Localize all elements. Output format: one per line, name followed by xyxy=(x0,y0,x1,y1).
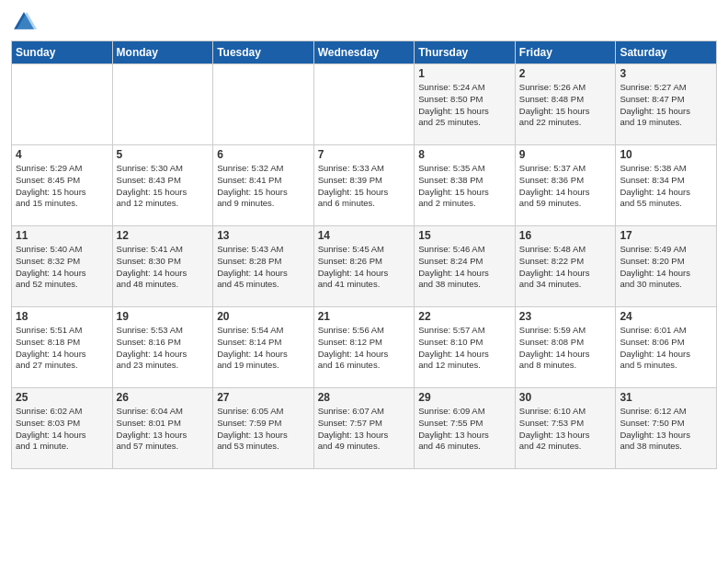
day-number: 30 xyxy=(519,391,612,404)
day-info: Sunrise: 5:24 AM Sunset: 8:50 PM Dayligh… xyxy=(418,82,511,129)
day-number: 6 xyxy=(217,148,310,161)
day-number: 18 xyxy=(16,310,108,323)
day-cell: 16Sunrise: 5:48 AM Sunset: 8:22 PM Dayli… xyxy=(515,226,616,307)
day-number: 3 xyxy=(620,67,712,80)
logo-icon xyxy=(11,9,37,35)
day-number: 26 xyxy=(117,391,210,404)
day-number: 21 xyxy=(318,310,411,323)
day-number: 24 xyxy=(620,310,712,323)
day-cell xyxy=(112,64,213,145)
day-cell: 1Sunrise: 5:24 AM Sunset: 8:50 PM Daylig… xyxy=(415,64,516,145)
day-number: 11 xyxy=(16,229,108,242)
day-number: 29 xyxy=(418,391,511,404)
day-info: Sunrise: 5:54 AM Sunset: 8:14 PM Dayligh… xyxy=(217,325,310,372)
day-number: 17 xyxy=(620,229,712,242)
day-info: Sunrise: 5:38 AM Sunset: 8:34 PM Dayligh… xyxy=(620,163,712,210)
day-info: Sunrise: 5:43 AM Sunset: 8:28 PM Dayligh… xyxy=(217,244,310,291)
day-number: 27 xyxy=(217,391,310,404)
day-number: 4 xyxy=(16,148,108,161)
day-cell: 9Sunrise: 5:37 AM Sunset: 8:36 PM Daylig… xyxy=(515,145,616,226)
day-info: Sunrise: 6:01 AM Sunset: 8:06 PM Dayligh… xyxy=(620,325,712,372)
day-cell: 15Sunrise: 5:46 AM Sunset: 8:24 PM Dayli… xyxy=(415,226,516,307)
day-number: 13 xyxy=(217,229,310,242)
day-number: 9 xyxy=(519,148,612,161)
day-info: Sunrise: 5:59 AM Sunset: 8:08 PM Dayligh… xyxy=(519,325,612,372)
day-cell: 20Sunrise: 5:54 AM Sunset: 8:14 PM Dayli… xyxy=(213,307,314,388)
day-number: 23 xyxy=(519,310,612,323)
day-number: 15 xyxy=(418,229,511,242)
calendar: SundayMondayTuesdayWednesdayThursdayFrid… xyxy=(11,40,717,469)
day-cell: 4Sunrise: 5:29 AM Sunset: 8:45 PM Daylig… xyxy=(12,145,113,226)
day-number: 7 xyxy=(318,148,411,161)
day-cell: 6Sunrise: 5:32 AM Sunset: 8:41 PM Daylig… xyxy=(213,145,314,226)
weekday-header-row: SundayMondayTuesdayWednesdayThursdayFrid… xyxy=(12,41,717,64)
day-info: Sunrise: 6:04 AM Sunset: 8:01 PM Dayligh… xyxy=(117,406,210,453)
day-cell: 12Sunrise: 5:41 AM Sunset: 8:30 PM Dayli… xyxy=(112,226,213,307)
day-number: 10 xyxy=(620,148,712,161)
day-cell: 19Sunrise: 5:53 AM Sunset: 8:16 PM Dayli… xyxy=(112,307,213,388)
day-number: 8 xyxy=(418,148,511,161)
day-info: Sunrise: 5:49 AM Sunset: 8:20 PM Dayligh… xyxy=(620,244,712,291)
weekday-tuesday: Tuesday xyxy=(213,41,314,64)
day-info: Sunrise: 5:30 AM Sunset: 8:43 PM Dayligh… xyxy=(117,163,210,210)
weekday-monday: Monday xyxy=(112,41,213,64)
day-number: 12 xyxy=(117,229,210,242)
week-row-2: 4Sunrise: 5:29 AM Sunset: 8:45 PM Daylig… xyxy=(12,145,717,226)
day-cell: 5Sunrise: 5:30 AM Sunset: 8:43 PM Daylig… xyxy=(112,145,213,226)
weekday-thursday: Thursday xyxy=(415,41,516,64)
day-cell: 3Sunrise: 5:27 AM Sunset: 8:47 PM Daylig… xyxy=(616,64,717,145)
week-row-1: 1Sunrise: 5:24 AM Sunset: 8:50 PM Daylig… xyxy=(12,64,717,145)
day-cell xyxy=(12,64,113,145)
day-info: Sunrise: 5:33 AM Sunset: 8:39 PM Dayligh… xyxy=(318,163,411,210)
day-info: Sunrise: 6:12 AM Sunset: 7:50 PM Dayligh… xyxy=(620,406,712,453)
day-cell: 21Sunrise: 5:56 AM Sunset: 8:12 PM Dayli… xyxy=(313,307,415,388)
day-info: Sunrise: 6:02 AM Sunset: 8:03 PM Dayligh… xyxy=(16,406,108,453)
day-cell: 18Sunrise: 5:51 AM Sunset: 8:18 PM Dayli… xyxy=(12,307,113,388)
day-info: Sunrise: 5:40 AM Sunset: 8:32 PM Dayligh… xyxy=(16,244,108,291)
day-number: 25 xyxy=(16,391,108,404)
day-cell: 28Sunrise: 6:07 AM Sunset: 7:57 PM Dayli… xyxy=(313,388,415,469)
day-info: Sunrise: 6:09 AM Sunset: 7:55 PM Dayligh… xyxy=(418,406,511,453)
week-row-3: 11Sunrise: 5:40 AM Sunset: 8:32 PM Dayli… xyxy=(12,226,717,307)
day-info: Sunrise: 5:27 AM Sunset: 8:47 PM Dayligh… xyxy=(620,82,712,129)
day-number: 1 xyxy=(418,67,511,80)
day-number: 20 xyxy=(217,310,310,323)
day-info: Sunrise: 5:51 AM Sunset: 8:18 PM Dayligh… xyxy=(16,325,108,372)
day-number: 28 xyxy=(318,391,411,404)
day-info: Sunrise: 6:10 AM Sunset: 7:53 PM Dayligh… xyxy=(519,406,612,453)
header xyxy=(11,9,717,35)
page-container: SundayMondayTuesdayWednesdayThursdayFrid… xyxy=(0,0,728,477)
day-info: Sunrise: 5:57 AM Sunset: 8:10 PM Dayligh… xyxy=(418,325,511,372)
day-info: Sunrise: 5:56 AM Sunset: 8:12 PM Dayligh… xyxy=(318,325,411,372)
day-info: Sunrise: 5:53 AM Sunset: 8:16 PM Dayligh… xyxy=(117,325,210,372)
day-info: Sunrise: 5:45 AM Sunset: 8:26 PM Dayligh… xyxy=(318,244,411,291)
day-info: Sunrise: 5:29 AM Sunset: 8:45 PM Dayligh… xyxy=(16,163,108,210)
day-info: Sunrise: 5:46 AM Sunset: 8:24 PM Dayligh… xyxy=(418,244,511,291)
day-cell xyxy=(213,64,314,145)
day-cell: 10Sunrise: 5:38 AM Sunset: 8:34 PM Dayli… xyxy=(616,145,717,226)
weekday-saturday: Saturday xyxy=(616,41,717,64)
day-info: Sunrise: 5:48 AM Sunset: 8:22 PM Dayligh… xyxy=(519,244,612,291)
weekday-wednesday: Wednesday xyxy=(313,41,415,64)
day-cell: 11Sunrise: 5:40 AM Sunset: 8:32 PM Dayli… xyxy=(12,226,113,307)
day-cell: 25Sunrise: 6:02 AM Sunset: 8:03 PM Dayli… xyxy=(12,388,113,469)
day-cell: 7Sunrise: 5:33 AM Sunset: 8:39 PM Daylig… xyxy=(313,145,415,226)
day-number: 19 xyxy=(117,310,210,323)
day-cell: 27Sunrise: 6:05 AM Sunset: 7:59 PM Dayli… xyxy=(213,388,314,469)
day-cell: 30Sunrise: 6:10 AM Sunset: 7:53 PM Dayli… xyxy=(515,388,616,469)
weekday-friday: Friday xyxy=(515,41,616,64)
day-info: Sunrise: 5:26 AM Sunset: 8:48 PM Dayligh… xyxy=(519,82,612,129)
day-cell: 23Sunrise: 5:59 AM Sunset: 8:08 PM Dayli… xyxy=(515,307,616,388)
day-cell: 29Sunrise: 6:09 AM Sunset: 7:55 PM Dayli… xyxy=(415,388,516,469)
weekday-sunday: Sunday xyxy=(12,41,113,64)
day-cell: 22Sunrise: 5:57 AM Sunset: 8:10 PM Dayli… xyxy=(415,307,516,388)
day-cell: 8Sunrise: 5:35 AM Sunset: 8:38 PM Daylig… xyxy=(415,145,516,226)
day-cell: 26Sunrise: 6:04 AM Sunset: 8:01 PM Dayli… xyxy=(112,388,213,469)
day-cell: 17Sunrise: 5:49 AM Sunset: 8:20 PM Dayli… xyxy=(616,226,717,307)
day-cell: 2Sunrise: 5:26 AM Sunset: 8:48 PM Daylig… xyxy=(515,64,616,145)
week-row-5: 25Sunrise: 6:02 AM Sunset: 8:03 PM Dayli… xyxy=(12,388,717,469)
day-info: Sunrise: 5:37 AM Sunset: 8:36 PM Dayligh… xyxy=(519,163,612,210)
day-cell: 24Sunrise: 6:01 AM Sunset: 8:06 PM Dayli… xyxy=(616,307,717,388)
day-number: 14 xyxy=(318,229,411,242)
logo xyxy=(11,9,40,35)
